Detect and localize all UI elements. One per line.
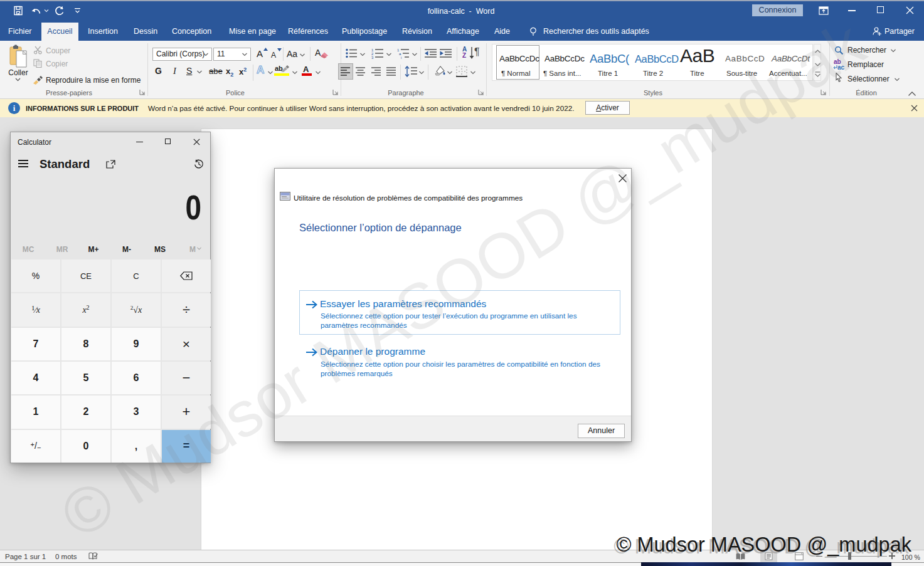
svg-text:3: 3 <box>371 56 374 60</box>
svg-text:i: i <box>401 56 401 60</box>
